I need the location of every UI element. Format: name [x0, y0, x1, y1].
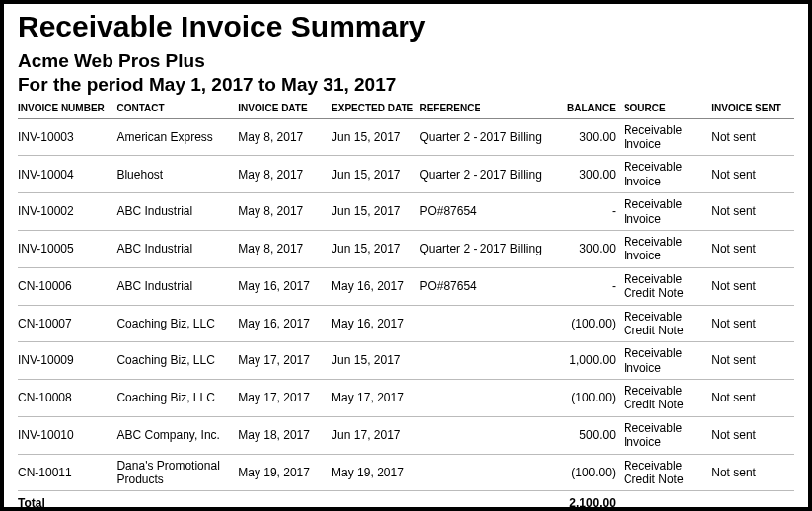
total-row: Total 2,100.00 — [18, 491, 794, 511]
table-row: CN-10007Coaching Biz, LLCMay 16, 2017May… — [18, 305, 794, 342]
cell-reference — [419, 454, 546, 491]
total-balance: 2,100.00 — [547, 491, 624, 511]
col-invoice-number: INVOICE NUMBER — [18, 99, 116, 118]
cell-invoice-date: May 19, 2017 — [238, 454, 332, 491]
cell-invoice-number: CN-10006 — [18, 267, 116, 305]
report-frame: Receivable Invoice Summary Acme Web Pros… — [0, 0, 812, 511]
cell-source: Receivable Invoice — [624, 156, 711, 193]
cell-reference — [419, 416, 546, 454]
cell-invoice-date: May 17, 2017 — [238, 342, 332, 380]
cell-source: Receivable Credit Note — [624, 380, 711, 417]
table-row: CN-10008Coaching Biz, LLCMay 17, 2017May… — [18, 380, 794, 417]
cell-reference: Quarter 2 - 2017 Billing — [419, 230, 546, 267]
report-title: Receivable Invoice Summary — [18, 10, 794, 44]
table-row: INV-10002ABC IndustrialMay 8, 2017Jun 15… — [18, 193, 794, 231]
cell-source: Receivable Invoice — [624, 342, 711, 380]
table-header-row: INVOICE NUMBER CONTACT INVOICE DATE EXPE… — [18, 99, 794, 118]
cell-reference: Quarter 2 - 2017 Billing — [419, 156, 546, 193]
cell-invoice-sent: Not sent — [711, 342, 794, 380]
cell-contact: American Express — [116, 118, 238, 156]
cell-reference: PO#87654 — [419, 193, 546, 231]
cell-invoice-date: May 8, 2017 — [238, 230, 332, 267]
cell-balance: 500.00 — [547, 416, 624, 454]
cell-invoice-number: CN-10011 — [18, 454, 116, 491]
cell-contact: Coaching Biz, LLC — [116, 305, 238, 342]
cell-reference — [419, 380, 546, 417]
col-expected-date: EXPECTED DATE — [332, 99, 419, 118]
cell-expected-date: May 17, 2017 — [332, 380, 419, 417]
cell-invoice-sent: Not sent — [711, 380, 794, 417]
cell-contact: ABC Industrial — [116, 267, 238, 305]
cell-invoice-sent: Not sent — [711, 267, 794, 305]
cell-invoice-sent: Not sent — [711, 416, 794, 454]
company-name: Acme Web Pros Plus — [18, 50, 794, 73]
cell-invoice-sent: Not sent — [711, 118, 794, 156]
cell-invoice-number: INV-10010 — [18, 416, 116, 454]
cell-balance: 300.00 — [547, 230, 624, 267]
cell-invoice-number: CN-10007 — [18, 305, 116, 342]
cell-balance: 300.00 — [547, 118, 624, 156]
cell-source: Receivable Invoice — [624, 193, 711, 231]
table-row: INV-10009Coaching Biz, LLCMay 17, 2017Ju… — [18, 342, 794, 380]
cell-invoice-date: May 16, 2017 — [238, 267, 332, 305]
cell-expected-date: Jun 17, 2017 — [332, 416, 419, 454]
cell-invoice-date: May 17, 2017 — [238, 380, 332, 417]
cell-contact: Bluehost — [116, 156, 238, 193]
table-row: INV-10010ABC Company, Inc.May 18, 2017Ju… — [18, 416, 794, 454]
cell-balance: 1,000.00 — [547, 342, 624, 380]
col-contact: CONTACT — [116, 99, 238, 118]
col-balance: BALANCE — [547, 99, 624, 118]
cell-invoice-date: May 8, 2017 — [238, 156, 332, 193]
cell-contact: Coaching Biz, LLC — [116, 342, 238, 380]
cell-balance: - — [547, 267, 624, 305]
table-row: INV-10005ABC IndustrialMay 8, 2017Jun 15… — [18, 230, 794, 267]
cell-reference: Quarter 2 - 2017 Billing — [419, 118, 546, 156]
cell-invoice-number: INV-10005 — [18, 230, 116, 267]
table-row: CN-10006ABC IndustrialMay 16, 2017May 16… — [18, 267, 794, 305]
cell-invoice-number: INV-10009 — [18, 342, 116, 380]
col-reference: REFERENCE — [419, 99, 546, 118]
report-period: For the period May 1, 2017 to May 31, 20… — [18, 74, 794, 97]
cell-contact: ABC Industrial — [116, 230, 238, 267]
cell-invoice-sent: Not sent — [711, 230, 794, 267]
cell-invoice-number: CN-10008 — [18, 380, 116, 417]
cell-source: Receivable Credit Note — [624, 454, 711, 491]
cell-expected-date: May 19, 2017 — [332, 454, 419, 491]
invoice-table: INVOICE NUMBER CONTACT INVOICE DATE EXPE… — [18, 99, 794, 511]
cell-expected-date: Jun 15, 2017 — [332, 230, 419, 267]
table-row: INV-10003American ExpressMay 8, 2017Jun … — [18, 118, 794, 156]
cell-invoice-sent: Not sent — [711, 156, 794, 193]
cell-contact: Coaching Biz, LLC — [116, 380, 238, 417]
cell-expected-date: Jun 15, 2017 — [332, 193, 419, 231]
cell-invoice-sent: Not sent — [711, 454, 794, 491]
table-row: CN-10011Dana's Promotional ProductsMay 1… — [18, 454, 794, 491]
cell-reference — [419, 305, 546, 342]
cell-balance: - — [547, 193, 624, 231]
cell-reference — [419, 342, 546, 380]
cell-source: Receivable Invoice — [624, 416, 711, 454]
cell-balance: (100.00) — [547, 380, 624, 417]
cell-reference: PO#87654 — [419, 267, 546, 305]
cell-invoice-sent: Not sent — [711, 193, 794, 231]
col-invoice-date: INVOICE DATE — [238, 99, 332, 118]
cell-contact: Dana's Promotional Products — [116, 454, 238, 491]
cell-expected-date: Jun 15, 2017 — [332, 118, 419, 156]
cell-source: Receivable Invoice — [624, 230, 711, 267]
cell-contact: ABC Industrial — [116, 193, 238, 231]
cell-balance: (100.00) — [547, 454, 624, 491]
col-invoice-sent: INVOICE SENT — [711, 99, 794, 118]
cell-invoice-date: May 8, 2017 — [238, 193, 332, 231]
cell-expected-date: May 16, 2017 — [332, 305, 419, 342]
cell-invoice-sent: Not sent — [711, 305, 794, 342]
cell-expected-date: Jun 15, 2017 — [332, 342, 419, 380]
cell-invoice-number: INV-10004 — [18, 156, 116, 193]
cell-source: Receivable Invoice — [624, 118, 711, 156]
cell-balance: (100.00) — [547, 305, 624, 342]
cell-expected-date: Jun 15, 2017 — [332, 156, 419, 193]
cell-balance: 300.00 — [547, 156, 624, 193]
cell-expected-date: May 16, 2017 — [332, 267, 419, 305]
cell-invoice-number: INV-10003 — [18, 118, 116, 156]
cell-invoice-date: May 8, 2017 — [238, 118, 332, 156]
table-row: INV-10004BluehostMay 8, 2017Jun 15, 2017… — [18, 156, 794, 193]
cell-invoice-date: May 18, 2017 — [238, 416, 332, 454]
